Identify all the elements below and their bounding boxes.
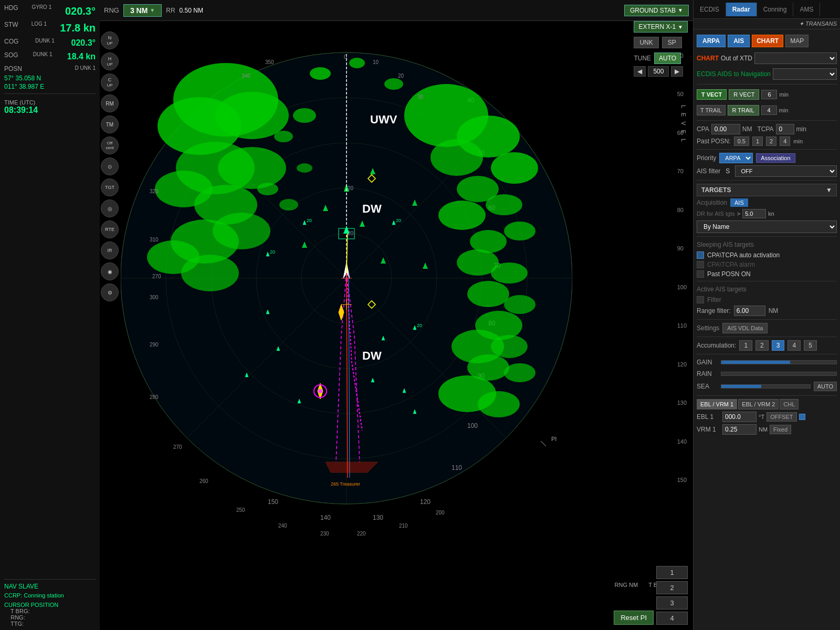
dr-input[interactable] [742, 209, 766, 218]
svg-point-24 [430, 139, 483, 176]
circ-btn-c[interactable]: CUP [101, 74, 119, 91]
range-filter-label: Range filter: [697, 307, 731, 314]
rain-label: RAIN [697, 370, 718, 377]
circ-btn-tgt[interactable]: TGT [101, 178, 119, 196]
unk-btn[interactable]: UNK [634, 37, 658, 48]
accum-5-btn[interactable]: 5 [804, 340, 817, 351]
pi-btn-4[interactable]: 4 [656, 612, 688, 625]
extern-btn[interactable]: EXTERN X-1▼ [634, 21, 688, 33]
tcpa-input[interactable] [776, 124, 794, 134]
posn-05-btn[interactable]: 0.5 [734, 136, 749, 146]
tab-ecdis[interactable]: ECDIS [694, 3, 726, 16]
pi-btn-2[interactable]: 2 [656, 581, 688, 594]
svg-text:140: 140 [320, 514, 331, 521]
reset-pi-btn[interactable]: Reset PI [614, 611, 654, 625]
tab-conning[interactable]: Conning [757, 3, 794, 16]
past-posn-on-checkbox[interactable] [697, 270, 704, 278]
accum-3-btn[interactable]: 3 [772, 340, 785, 351]
ais-acq-btn[interactable]: AIS [730, 198, 748, 207]
vect-row: T VECT R VECT 6 min [697, 88, 837, 101]
circ-btn-2[interactable]: HUP [101, 52, 119, 70]
svg-point-55 [384, 78, 403, 90]
association-btn[interactable]: Association [756, 153, 795, 163]
circ-btn-rm[interactable]: RM [101, 94, 119, 112]
tune-prev-btn[interactable]: ◀ [634, 66, 646, 77]
rtrail-btn[interactable]: R TRAIL [728, 105, 759, 116]
fixed-btn[interactable]: Fixed [770, 425, 791, 434]
filter-checkbox[interactable] [697, 296, 704, 303]
accum-1-btn[interactable]: 1 [739, 340, 752, 351]
panel-body[interactable]: ARPA AIS CHART MAP CHART Out of XTD ECDI… [694, 29, 840, 630]
accum-4-btn[interactable]: 4 [788, 340, 801, 351]
posn-4-btn[interactable]: 4 [780, 136, 790, 146]
sleeping-ais-label: Sleeping AIS targets [697, 240, 837, 249]
sea-slider[interactable] [721, 384, 811, 388]
circ-btn-rte[interactable]: RTE [101, 220, 119, 238]
ais-filter-select[interactable]: OFF [735, 165, 837, 177]
gain-slider[interactable] [721, 360, 837, 364]
ebl-vrm1-tab[interactable]: EBL / VRM 1 [697, 399, 737, 410]
past-posn-on-label: Past POSN ON [707, 270, 751, 278]
circ-btn-compass[interactable]: ◎ [101, 200, 119, 217]
lat-value: 57° 35.058 N [4, 75, 96, 82]
offset-btn[interactable]: OFFSET [766, 412, 796, 422]
by-name-select[interactable]: By Name [697, 220, 837, 233]
rvect-btn[interactable]: R VECT [729, 89, 759, 100]
tune-next-btn[interactable]: ▶ [671, 66, 683, 77]
svg-point-57 [274, 131, 293, 142]
arpa-btn[interactable]: ARPA [697, 35, 726, 47]
ais-vdl-btn[interactable]: AIS VDL Data [722, 323, 768, 333]
circ-btn-circle[interactable]: ◉ [101, 262, 119, 280]
hdg-label: HDG [4, 3, 18, 19]
targets-label: TARGETS [701, 186, 731, 194]
svg-point-53 [310, 67, 331, 80]
sp-btn[interactable]: SP [662, 37, 682, 48]
pi-btn-3[interactable]: 3 [656, 596, 688, 610]
svg-point-56 [293, 108, 316, 123]
ebl-vrm2-tab[interactable]: EBL / VRM 2 [738, 399, 779, 410]
rain-slider[interactable] [721, 372, 837, 376]
left-circular-buttons: NUP HUP CUP RM TM Offcent ⊙ TGT ◎ RTE IR… [101, 32, 119, 301]
rr-label: RR [166, 7, 175, 14]
rng-value-box[interactable]: 3 NM ▼ [123, 4, 162, 17]
ttrail-btn[interactable]: T TRAIL [697, 105, 726, 116]
tab-ams[interactable]: AMS [793, 3, 820, 16]
chart-out-text: Out of XTD [721, 55, 752, 62]
circ-btn-ir[interactable]: IR [101, 242, 119, 259]
ecdis-aids-dropdown[interactable] [773, 68, 837, 80]
priority-select[interactable]: ARPA [719, 153, 753, 163]
pi-btn-1[interactable]: 1 [656, 566, 688, 579]
svg-point-58 [257, 183, 278, 195]
auto-btn[interactable]: AUTO [654, 52, 681, 64]
hdg-value: 020.3° [65, 3, 96, 19]
trail-num: 4 [761, 106, 777, 115]
tab-radar[interactable]: Radar [726, 3, 757, 16]
circ-btn-target1[interactable]: ⊙ [101, 158, 119, 175]
chart-out-dropdown[interactable] [754, 52, 837, 64]
circ-btn-tm[interactable]: TM [101, 116, 119, 133]
ais-btn[interactable]: AIS [728, 35, 750, 47]
posn-1-btn[interactable]: 1 [752, 136, 763, 146]
cpa-input[interactable] [711, 124, 740, 134]
rng-cursor-label: RNG: [4, 614, 96, 621]
svg-text:20: 20 [348, 230, 354, 236]
circ-btn-1[interactable]: NUP [101, 32, 119, 49]
circ-btn-offcent[interactable]: Offcent [101, 136, 119, 154]
chart-btn[interactable]: CHART [752, 35, 783, 47]
range-filter-input[interactable] [734, 306, 765, 316]
vrm1-input[interactable] [722, 424, 757, 435]
auto-sea-btn[interactable]: AUTO [814, 382, 837, 391]
tvect-btn[interactable]: T VECT [697, 89, 727, 100]
map-btn[interactable]: MAP [785, 35, 808, 47]
targets-header[interactable]: TARGETS ▼ [697, 184, 837, 196]
ground-stab-btn[interactable]: GROUND STAB▼ [624, 5, 689, 16]
ebl1-input[interactable] [722, 412, 757, 422]
circ-btn-settings[interactable]: ⚙ [101, 284, 119, 301]
svg-point-54 [349, 58, 365, 68]
accum-2-btn[interactable]: 2 [755, 340, 769, 351]
cpa-tcpa-auto-checkbox[interactable] [697, 251, 704, 259]
radar-container[interactable]: RNG 3 NM ▼ RR 0.50 NM GROUND STAB▼ EXTER… [100, 0, 693, 630]
radar-svg[interactable]: 40 50 60 70 80 90 100 110 120 130 140 15… [121, 21, 572, 598]
posn-2-btn[interactable]: 2 [766, 136, 776, 146]
svg-text:240: 240 [278, 523, 287, 529]
